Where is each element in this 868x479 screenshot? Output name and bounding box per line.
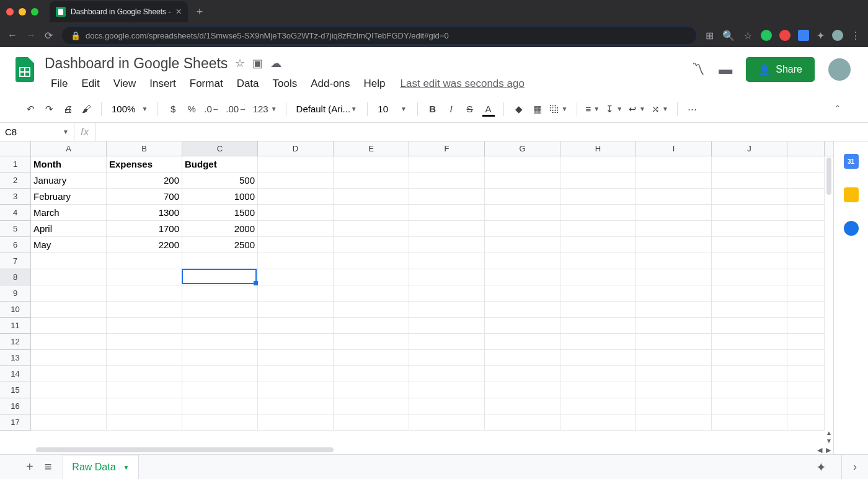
cell[interactable]: [107, 350, 182, 366]
cell[interactable]: [560, 172, 636, 189]
keep-icon[interactable]: [844, 187, 859, 202]
zoom-icon[interactable]: 🔍: [722, 30, 735, 42]
cell[interactable]: [31, 366, 107, 382]
cell[interactable]: 1300: [107, 205, 182, 221]
vertical-scrollbar[interactable]: ▲ ▼: [825, 156, 833, 445]
browser-avatar-icon[interactable]: [832, 30, 843, 41]
cell[interactable]: [107, 302, 182, 318]
forward-button[interactable]: →: [26, 30, 36, 41]
cell[interactable]: [409, 366, 485, 382]
cell[interactable]: [787, 205, 825, 221]
menu-insert[interactable]: Insert: [143, 76, 182, 91]
cell[interactable]: [712, 253, 787, 269]
bold-button[interactable]: B: [424, 101, 441, 118]
explore-button[interactable]: ✦: [816, 460, 830, 475]
share-button[interactable]: 👤 Share: [746, 57, 815, 82]
comments-icon[interactable]: ▬: [719, 61, 732, 78]
scroll-right-icon[interactable]: ▶: [825, 446, 832, 454]
print-button[interactable]: 🖨: [59, 101, 76, 118]
cell[interactable]: [182, 302, 258, 318]
cell[interactable]: [31, 253, 107, 269]
cell[interactable]: [258, 237, 334, 253]
cell[interactable]: [636, 318, 712, 334]
new-tab-button[interactable]: +: [197, 6, 203, 19]
cell[interactable]: [636, 302, 712, 318]
currency-button[interactable]: $: [164, 101, 182, 118]
bookmark-star-icon[interactable]: ☆: [743, 30, 752, 42]
v-align-button[interactable]: ↧▼: [603, 101, 625, 118]
zoom-dropdown[interactable]: 100% ▼: [108, 104, 151, 114]
cell[interactable]: 1000: [182, 189, 258, 205]
cell[interactable]: [107, 398, 182, 414]
cell[interactable]: [31, 269, 107, 285]
cell[interactable]: [485, 237, 560, 253]
cell[interactable]: 700: [107, 189, 182, 205]
more-toolbar-button[interactable]: ⋯: [684, 101, 701, 118]
cell[interactable]: [409, 318, 485, 334]
rotate-button[interactable]: ⤭▼: [649, 101, 671, 118]
cell[interactable]: [31, 285, 107, 302]
cell[interactable]: [560, 398, 636, 414]
cell[interactable]: Month: [31, 156, 107, 172]
cell[interactable]: [258, 221, 334, 237]
cell[interactable]: [787, 253, 825, 269]
cell[interactable]: [258, 205, 334, 221]
cell[interactable]: [636, 172, 712, 189]
column-header[interactable]: C: [182, 141, 258, 156]
cell[interactable]: [334, 382, 409, 398]
row-header[interactable]: 2: [0, 172, 31, 189]
tab-close-button[interactable]: ×: [175, 6, 181, 17]
row-header[interactable]: 17: [0, 414, 31, 431]
cell[interactable]: [636, 382, 712, 398]
cell[interactable]: [334, 156, 409, 172]
select-all-corner[interactable]: [0, 141, 31, 156]
cell[interactable]: [485, 334, 560, 350]
row-header[interactable]: 15: [0, 382, 31, 398]
scroll-down-icon[interactable]: ▼: [826, 437, 832, 444]
merge-button[interactable]: ⿻▼: [547, 101, 570, 118]
cell[interactable]: [31, 398, 107, 414]
browser-tab[interactable]: Dashboard in Google Sheets - ×: [50, 1, 188, 22]
cell[interactable]: [787, 156, 825, 172]
cell[interactable]: [409, 334, 485, 350]
cell[interactable]: [712, 302, 787, 318]
cell[interactable]: [107, 366, 182, 382]
cell[interactable]: [712, 366, 787, 382]
cell[interactable]: [182, 414, 258, 431]
cell[interactable]: [636, 156, 712, 172]
cell[interactable]: [485, 189, 560, 205]
cell[interactable]: [787, 172, 825, 189]
cell[interactable]: [107, 382, 182, 398]
window-minimize-button[interactable]: [19, 8, 26, 16]
redo-button[interactable]: ↷: [40, 101, 58, 118]
cell[interactable]: [485, 414, 560, 431]
cell[interactable]: [409, 350, 485, 366]
cell[interactable]: [485, 382, 560, 398]
cell[interactable]: [712, 189, 787, 205]
cell[interactable]: [560, 414, 636, 431]
cell[interactable]: 200: [107, 172, 182, 189]
cell[interactable]: [409, 172, 485, 189]
cell[interactable]: [636, 205, 712, 221]
cell[interactable]: [560, 366, 636, 382]
cell[interactable]: [560, 382, 636, 398]
cell[interactable]: [636, 253, 712, 269]
cell[interactable]: [258, 156, 334, 172]
strike-button[interactable]: S: [461, 101, 479, 118]
cell[interactable]: [409, 414, 485, 431]
cell[interactable]: [258, 414, 334, 431]
cell[interactable]: [712, 172, 787, 189]
document-title[interactable]: Dashboard in Google Sheets: [45, 55, 228, 72]
cell[interactable]: [485, 205, 560, 221]
row-header[interactable]: 14: [0, 366, 31, 382]
row-header[interactable]: 1: [0, 156, 31, 172]
browser-menu-icon[interactable]: ⋮: [851, 30, 861, 42]
cell[interactable]: [712, 205, 787, 221]
column-header[interactable]: F: [409, 141, 485, 156]
menu-help[interactable]: Help: [358, 76, 392, 91]
cell[interactable]: [409, 269, 485, 285]
borders-button[interactable]: ▦: [529, 101, 546, 118]
cell[interactable]: [334, 189, 409, 205]
cell[interactable]: [560, 334, 636, 350]
cell[interactable]: [31, 318, 107, 334]
